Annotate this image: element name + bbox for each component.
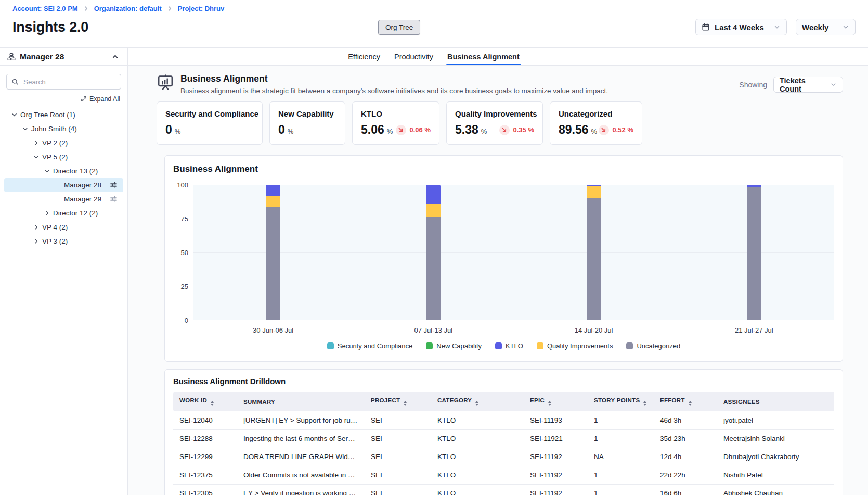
tab-productivity[interactable]: Productivity bbox=[393, 48, 434, 65]
table-cell: SEI-11192 bbox=[524, 484, 588, 495]
stat-card-new-capability: New Capability0% bbox=[269, 101, 345, 145]
table-cell: EY > Verify if ingestion is working as e… bbox=[237, 484, 365, 495]
breadcrumb-separator-icon bbox=[83, 5, 89, 12]
tree-item-settings-icon[interactable] bbox=[110, 181, 118, 189]
breadcrumb-link[interactable]: Account: SEI 2.0 PM bbox=[12, 5, 78, 12]
stat-card-ktlo: KTLO5.06%0.06 % bbox=[352, 101, 439, 145]
tree-item-director-12-2[interactable]: Director 12 (2) bbox=[4, 206, 123, 220]
table-cell: Older Commits is not available in SEI - … bbox=[237, 466, 365, 484]
drilldown-card: Business Alignment Drilldown WORK IDSUMM… bbox=[164, 369, 843, 495]
tree-item-label: VP 3 (2) bbox=[42, 237, 68, 245]
table-cell: SEI-12288 bbox=[173, 429, 237, 448]
table-cell: 35d 23h bbox=[654, 429, 717, 448]
tree-item-manager-29[interactable]: Manager 29 bbox=[4, 192, 123, 206]
column-header-work-id[interactable]: WORK ID bbox=[173, 392, 237, 411]
plot-area bbox=[193, 185, 834, 320]
org-tree: Org Tree Root (1)John Smith (4)VP 2 (2)V… bbox=[0, 104, 127, 252]
table-cell: jyoti.patel bbox=[717, 411, 834, 429]
gridline bbox=[193, 219, 834, 219]
column-header-project[interactable]: PROJECT bbox=[365, 392, 431, 411]
tree-item-director-13-2[interactable]: Director 13 (2) bbox=[4, 164, 123, 178]
trend-down-icon bbox=[599, 125, 609, 135]
chevron-up-icon bbox=[111, 53, 119, 60]
chevron-down-icon[interactable] bbox=[22, 125, 29, 132]
granularity-select[interactable]: Weekly bbox=[796, 19, 856, 35]
bar-segment-quality-improvements[interactable] bbox=[266, 196, 280, 207]
y-axis: 0255075100 bbox=[173, 185, 193, 320]
content: Business Alignment Business alignment is… bbox=[128, 66, 868, 495]
bar-segment-quality-improvements[interactable] bbox=[587, 186, 601, 198]
table-cell: 22d 22h bbox=[654, 466, 717, 484]
tree-item-label: Org Tree Root (1) bbox=[20, 111, 75, 119]
chart-card: Business Alignment 0255075100 30 Jun-06 … bbox=[164, 155, 843, 362]
collapse-sidebar-button[interactable] bbox=[110, 52, 120, 61]
table-cell: SEI-11921 bbox=[524, 429, 588, 448]
bar-21-jul-27-jul[interactable] bbox=[747, 185, 761, 320]
table-cell: Dhrubajyoti Chakraborty bbox=[717, 448, 834, 466]
breadcrumb-link[interactable]: Organization: default bbox=[94, 5, 162, 12]
breadcrumb-link[interactable]: Project: Dhruv bbox=[178, 5, 225, 12]
bar-07-jul-13-jul[interactable] bbox=[426, 185, 441, 320]
breadcrumb: Account: SEI 2.0 PMOrganization: default… bbox=[12, 5, 856, 12]
tree-item-vp-3-2[interactable]: VP 3 (2) bbox=[4, 234, 123, 248]
stat-label: Uncategorized bbox=[559, 109, 633, 118]
stat-label: New Capability bbox=[278, 109, 336, 118]
legend-item-ktlo[interactable]: KTLO bbox=[495, 342, 523, 350]
bar-14-jul-20-jul[interactable] bbox=[587, 185, 601, 320]
layout: Manager 28 Expand All Org Tree Root (1)J… bbox=[0, 47, 868, 495]
table-cell: KTLO bbox=[431, 429, 524, 448]
title-row: Insights 2.0 Org Tree Last 4 Weeks Weekl… bbox=[12, 19, 856, 35]
search-input[interactable] bbox=[22, 78, 116, 86]
tree-item-john-smith-4[interactable]: John Smith (4) bbox=[4, 122, 123, 136]
legend-item-quality-improvements[interactable]: Quality Improvements bbox=[537, 342, 613, 350]
table-cell: 12d 4h bbox=[654, 448, 717, 466]
column-header-category[interactable]: CATEGORY bbox=[431, 392, 524, 411]
tree-item-vp-5-2[interactable]: VP 5 (2) bbox=[4, 150, 123, 164]
tree-item-label: Manager 28 bbox=[64, 181, 101, 189]
chevron-down-icon[interactable] bbox=[11, 111, 18, 118]
bar-30-jun-06-jul[interactable] bbox=[266, 185, 280, 320]
chevron-right-icon[interactable] bbox=[44, 210, 50, 217]
bar-segment-ktlo[interactable] bbox=[426, 185, 441, 204]
tree-item-settings-icon[interactable] bbox=[110, 195, 118, 203]
y-axis-label: 25 bbox=[181, 283, 188, 290]
column-header-effort[interactable]: EFFORT bbox=[654, 392, 717, 411]
showing-select[interactable]: Tickets Count bbox=[773, 77, 843, 93]
legend-swatch bbox=[495, 342, 502, 349]
legend-item-uncategorized[interactable]: Uncategorized bbox=[626, 342, 680, 350]
table-cell: 46d 3h bbox=[654, 411, 717, 429]
stat-delta-value: 0.52 % bbox=[613, 126, 633, 134]
column-header-epic[interactable]: EPIC bbox=[524, 392, 588, 411]
column-header-story-points[interactable]: STORY POINTS bbox=[588, 392, 654, 411]
bar-segment-quality-improvements[interactable] bbox=[426, 204, 441, 217]
expand-all-button[interactable]: Expand All bbox=[0, 90, 127, 104]
tree-item-vp-2-2[interactable]: VP 2 (2) bbox=[4, 136, 123, 150]
chevron-down-icon[interactable] bbox=[33, 154, 40, 160]
chevron-down-icon[interactable] bbox=[44, 168, 50, 174]
legend-item-new-capability[interactable]: New Capability bbox=[426, 342, 482, 350]
bar-segment-uncategorized[interactable] bbox=[747, 187, 761, 320]
sort-icon bbox=[404, 401, 407, 406]
tab-efficiency[interactable]: Efficiency bbox=[347, 48, 381, 65]
legend-label: Quality Improvements bbox=[547, 342, 613, 350]
bar-segment-ktlo[interactable] bbox=[266, 185, 280, 196]
chevron-right-icon[interactable] bbox=[33, 139, 40, 146]
tab-business-alignment[interactable]: Business Alignment bbox=[446, 48, 521, 65]
stat-unit: % bbox=[481, 128, 487, 135]
chevron-right-icon[interactable] bbox=[33, 238, 40, 245]
org-tree-button[interactable]: Org Tree bbox=[378, 20, 420, 35]
legend-item-security-and-compliance[interactable]: Security and Compliance bbox=[327, 342, 413, 350]
bar-segment-uncategorized[interactable] bbox=[426, 217, 441, 320]
gridline bbox=[193, 185, 834, 185]
tree-item-vp-4-2[interactable]: VP 4 (2) bbox=[4, 220, 123, 234]
trend-down-icon bbox=[499, 125, 510, 135]
chart-title: Business Alignment bbox=[173, 164, 834, 174]
tree-item-org-tree-root-1[interactable]: Org Tree Root (1) bbox=[4, 108, 123, 122]
bar-segment-uncategorized[interactable] bbox=[266, 207, 280, 320]
date-range-select[interactable]: Last 4 Weeks bbox=[695, 19, 787, 35]
tree-item-manager-28[interactable]: Manager 28 bbox=[4, 178, 123, 192]
chart: 0255075100 bbox=[173, 185, 834, 320]
table-cell: SEI-12040 bbox=[173, 411, 237, 429]
bar-segment-uncategorized[interactable] bbox=[587, 198, 601, 320]
chevron-right-icon[interactable] bbox=[33, 224, 40, 231]
